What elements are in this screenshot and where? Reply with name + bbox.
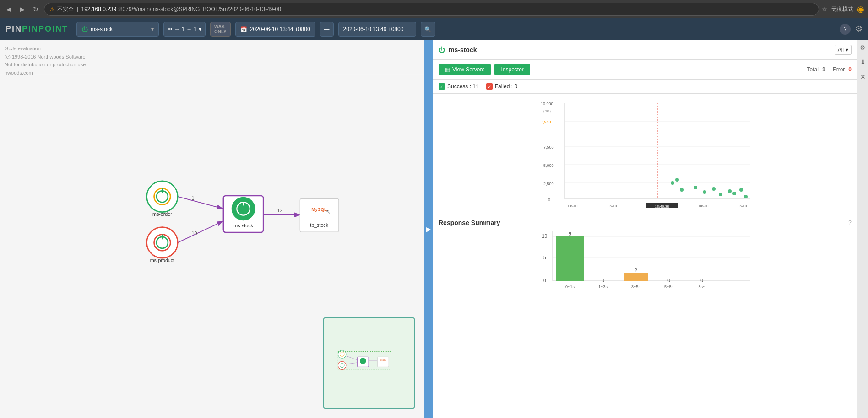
scatter-svg: 10,000 (ms) 7,948 7,500 5,000 2,500 0 06…: [439, 98, 852, 208]
svg-point-76: [744, 195, 748, 198]
minimap-svg: MySQL: [324, 318, 414, 408]
back-button[interactable]: ◀: [4, 4, 14, 15]
sidebar-close-icon[interactable]: ✕: [860, 73, 866, 80]
svg-text:10,000: 10,000: [541, 102, 553, 106]
svg-point-74: [732, 192, 736, 195]
filter-arrow1: →: [174, 26, 180, 32]
grid-icon: ▦: [445, 66, 450, 73]
svg-text:0: 0: [602, 278, 604, 283]
filter-selector[interactable]: ••• → 1 → 1 ▾: [163, 22, 206, 37]
svg-rect-85: [556, 236, 584, 281]
date-end-selector[interactable]: 2020-06-10 13:49 +0800: [338, 22, 416, 37]
svg-text:↖: ↖: [326, 209, 331, 215]
help-icon[interactable]: ?: [840, 24, 851, 35]
svg-text:12: 12: [277, 208, 282, 213]
watermark-line1: GoJs evaluation: [5, 45, 86, 53]
filter-arrow2: →: [186, 26, 192, 32]
success-checkbox[interactable]: ✓ Success : 11: [439, 83, 479, 90]
inspector-button[interactable]: Inspector: [494, 64, 530, 75]
svg-text:1: 1: [191, 195, 194, 201]
svg-text:06-10: 06-10: [656, 204, 664, 208]
svg-point-69: [694, 186, 697, 189]
settings-icon[interactable]: ⚙: [855, 24, 863, 35]
svg-point-19: [232, 198, 255, 220]
svg-text:7,948: 7,948: [541, 120, 551, 124]
view-servers-button[interactable]: ▦ View Servers: [439, 64, 491, 75]
view-servers-label: View Servers: [452, 66, 484, 73]
url-bar[interactable]: ⚠ 不安全 | 192.168.0.239 :8079/#/main/ms-st…: [44, 3, 819, 16]
watermark: GoJs evaluation (c) 1998-2016 Northwoods…: [5, 45, 86, 77]
svg-text:5,000: 5,000: [543, 163, 554, 168]
app-selector-caret: ▾: [151, 26, 154, 32]
svg-text:7,500: 7,500: [543, 145, 554, 150]
filter-caret: ▾: [199, 26, 201, 32]
url-host: 192.168.0.239: [81, 6, 116, 12]
svg-point-8: [147, 181, 178, 212]
watermark-line2: (c) 1998-2016 Northwoods Software: [5, 53, 86, 61]
was-only-button[interactable]: WASONLY: [210, 22, 231, 37]
svg-text:0~1s: 0~1s: [565, 284, 575, 289]
right-sidebar: ⚙ ⬇ ✕: [857, 40, 868, 418]
svg-text:2: 2: [635, 268, 637, 273]
svg-text:ms-product: ms-product: [150, 257, 174, 263]
extensions-icon[interactable]: ◉: [857, 4, 864, 14]
svg-text:06-10: 06-10: [699, 204, 709, 208]
svg-point-68: [680, 188, 684, 192]
scatter-plot: 10,000 (ms) 7,948 7,500 5,000 2,500 0 06…: [433, 94, 857, 214]
right-panel-toggle[interactable]: ▶: [424, 40, 433, 418]
app-name-label: ms-stock: [91, 26, 148, 32]
rs-help-icon[interactable]: ?: [848, 220, 852, 226]
svg-text:06-10: 06-10: [738, 204, 747, 208]
svg-rect-28: [324, 341, 414, 386]
rs-header: Response Summary ?: [439, 219, 852, 226]
search-button[interactable]: 🔍: [421, 22, 435, 37]
rp-app-name: ms-stock: [449, 46, 831, 54]
svg-point-13: [147, 227, 178, 258]
failed-label: Failed : 0: [495, 83, 517, 90]
filter-val1: 1: [182, 26, 185, 32]
rp-actions: ▦ View Servers Inspector Total 1 Error 0: [433, 60, 857, 80]
svg-text:3~5s: 3~5s: [631, 284, 640, 289]
svg-rect-35: [378, 357, 389, 367]
rp-filter-option: All: [838, 47, 844, 53]
failed-checkbox[interactable]: ✓ Failed : 0: [486, 83, 517, 90]
rp-filter-select[interactable]: All ▾: [835, 45, 852, 55]
svg-text:(ms): (ms): [543, 109, 551, 113]
topology-panel[interactable]: GoJs evaluation (c) 1998-2016 Northwoods…: [0, 40, 424, 418]
svg-point-75: [739, 188, 743, 192]
sidebar-settings-icon[interactable]: ⚙: [860, 44, 866, 51]
watermark-line3: Not for distribution or production use: [5, 61, 86, 69]
reload-button[interactable]: ↻: [30, 4, 41, 15]
svg-text:0: 0: [667, 278, 670, 283]
lock-icon: ⚠: [50, 6, 54, 12]
svg-point-70: [703, 190, 706, 194]
bookmark-icon[interactable]: ☆: [822, 5, 828, 13]
svg-text:06-10: 06-10: [608, 204, 617, 208]
mode-label: 无痕模式: [831, 5, 853, 13]
error-label: Error: [833, 66, 845, 73]
svg-text:1~3s: 1~3s: [598, 284, 608, 289]
svg-text:10: 10: [542, 234, 548, 239]
filter-dots: •••: [168, 27, 173, 32]
browser-chrome: ◀ ▶ ↻ ⚠ 不安全 | 192.168.0.239 :8079/#/main…: [0, 0, 868, 18]
rp-stats: ✓ Success : 11 ✓ Failed : 0: [433, 80, 857, 94]
response-summary: Response Summary ? 10 5 0 9 0 2: [433, 214, 857, 418]
app-selector[interactable]: ⏻ ms-stock ▾: [76, 22, 159, 37]
right-panel: ⏻ ms-stock All ▾ ▦ View Servers Inspecto…: [433, 40, 857, 418]
browser-actions: ☆ 无痕模式 ◉: [822, 4, 864, 14]
search-icon: 🔍: [424, 26, 431, 32]
date-separator[interactable]: —: [320, 22, 334, 37]
date-start-selector[interactable]: 📅 2020-06-10 13:44 +0800: [235, 22, 315, 37]
minimap: MySQL: [323, 317, 415, 409]
header-icons: ? ⚙: [840, 24, 863, 35]
forward-button[interactable]: ▶: [17, 4, 27, 15]
watermark-line4: nwoods.com: [5, 69, 86, 77]
rp-filter-caret: ▾: [846, 47, 848, 53]
svg-point-73: [728, 189, 732, 193]
failed-check-icon: ✓: [486, 83, 493, 90]
svg-text:ms-order: ms-order: [152, 212, 172, 217]
sidebar-download-icon[interactable]: ⬇: [860, 59, 866, 66]
svg-point-67: [675, 178, 679, 182]
filter-val2: 1: [194, 26, 197, 32]
svg-text:2,500: 2,500: [543, 182, 554, 186]
